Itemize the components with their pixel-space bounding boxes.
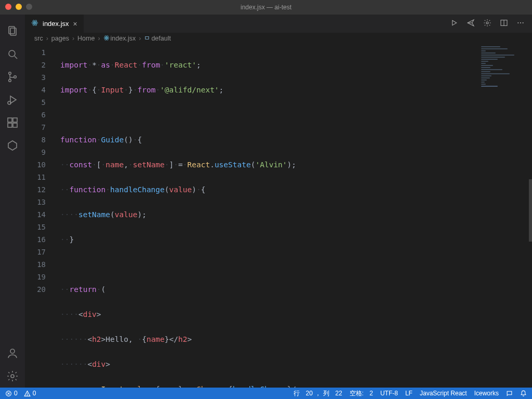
svg-rect-11 <box>13 123 17 127</box>
status-bar: 0 0 行 20，列 22 空格: 2 UTF-8 LF JavaScript … <box>0 388 532 399</box>
status-encoding[interactable]: UTF-8 <box>380 390 398 397</box>
breadcrumb-home[interactable]: Home <box>77 35 95 42</box>
svg-point-27 <box>523 22 524 23</box>
svg-line-3 <box>15 56 17 59</box>
tabs-bar: index.jsx × <box>25 15 532 33</box>
breadcrumb-file[interactable]: index.jsx <box>111 35 136 42</box>
svg-point-16 <box>34 22 35 23</box>
account-icon[interactable] <box>0 342 25 365</box>
search-icon[interactable] <box>0 43 25 65</box>
svg-point-22 <box>486 22 488 24</box>
svg-point-4 <box>9 72 11 75</box>
svg-point-28 <box>106 37 107 38</box>
iceworks-icon[interactable] <box>0 134 25 157</box>
svg-point-26 <box>520 22 521 23</box>
source-control-icon[interactable] <box>0 65 25 88</box>
svg-point-2 <box>9 50 15 57</box>
breadcrumb-src[interactable]: src <box>34 35 43 42</box>
breadcrumb-pages[interactable]: pages <box>51 35 69 42</box>
svg-rect-1 <box>10 28 16 35</box>
extensions-icon[interactable] <box>0 111 25 134</box>
send-icon[interactable] <box>467 19 475 29</box>
chevron-right-icon: › <box>72 35 74 42</box>
svg-marker-20 <box>453 20 457 25</box>
titlebar: index.jsx — ai-test <box>0 0 532 15</box>
svg-rect-32 <box>145 36 149 39</box>
svg-point-14 <box>10 349 15 353</box>
svg-rect-0 <box>9 26 15 34</box>
status-warnings[interactable]: 0 <box>24 390 36 397</box>
svg-marker-13 <box>8 141 17 150</box>
svg-point-6 <box>14 76 17 78</box>
run-icon[interactable] <box>450 19 458 29</box>
chevron-right-icon: › <box>46 35 48 42</box>
minimize-window-button[interactable] <box>16 4 22 10</box>
status-feedback-icon[interactable] <box>506 390 513 397</box>
code-content[interactable]: import·*·as·React·from·'react'; import·{… <box>54 44 532 388</box>
status-iceworks[interactable]: Iceworks <box>474 390 499 397</box>
chevron-right-icon: › <box>139 35 141 42</box>
split-editor-icon[interactable] <box>500 19 508 29</box>
minimap[interactable] <box>481 46 529 98</box>
symbol-variable-icon <box>144 35 150 43</box>
chevron-right-icon: › <box>98 35 100 42</box>
status-bell-icon[interactable] <box>520 390 527 397</box>
window-controls <box>5 4 32 10</box>
svg-rect-9 <box>8 118 12 122</box>
close-tab-icon[interactable]: × <box>73 20 77 28</box>
react-file-icon <box>31 19 38 28</box>
tab-index-jsx[interactable]: index.jsx × <box>25 15 84 33</box>
status-language[interactable]: JavaScript React <box>420 390 467 397</box>
window-title: index.jsx — ai-test <box>241 4 291 11</box>
svg-rect-10 <box>8 123 12 127</box>
svg-rect-12 <box>13 118 17 122</box>
settings-gear-icon[interactable] <box>0 365 25 388</box>
react-file-icon <box>103 35 110 43</box>
svg-point-15 <box>11 375 14 378</box>
debug-icon[interactable] <box>0 88 25 111</box>
status-errors[interactable]: 0 <box>5 390 18 397</box>
status-spaces[interactable]: 空格: 2 <box>350 389 373 398</box>
svg-point-25 <box>517 22 518 23</box>
breadcrumb-symbol[interactable]: default <box>151 35 171 42</box>
status-eol[interactable]: LF <box>405 390 413 397</box>
breadcrumbs[interactable]: src › pages › Home › index.jsx › default <box>25 33 532 44</box>
maximize-window-button[interactable] <box>26 4 32 10</box>
explorer-icon[interactable] <box>0 20 25 43</box>
line-numbers: 1234567891011121314151617181920 <box>25 44 54 388</box>
svg-point-37 <box>27 394 28 395</box>
scrollbar[interactable] <box>529 179 532 242</box>
activity-bar <box>0 15 25 388</box>
svg-point-5 <box>9 79 11 82</box>
status-cursor-pos[interactable]: 行 20，列 22 <box>294 389 342 398</box>
svg-marker-7 <box>10 96 16 103</box>
tab-label: index.jsx <box>43 20 69 28</box>
more-icon[interactable] <box>516 19 525 29</box>
editor[interactable]: 1234567891011121314151617181920 import·*… <box>25 44 532 388</box>
gear-icon[interactable] <box>483 19 491 29</box>
close-window-button[interactable] <box>5 4 11 10</box>
